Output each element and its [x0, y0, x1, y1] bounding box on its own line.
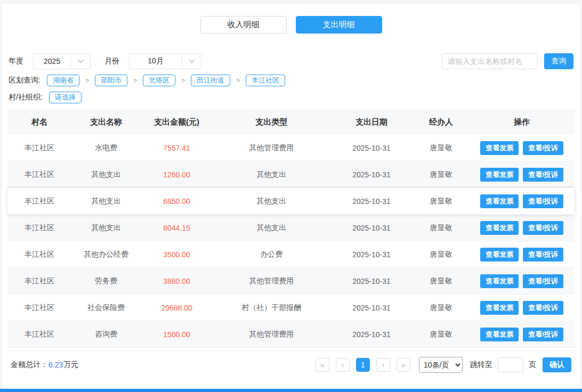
jump-page-input[interactable] [498, 357, 523, 372]
tab-income-detail[interactable]: 收入明细 [200, 16, 287, 34]
col-expense-name: 支出名称 [71, 117, 141, 127]
cell-handler: 唐显敬 [413, 303, 469, 313]
page-1-button[interactable]: 1 [356, 358, 370, 372]
total-unit: 万元 [63, 360, 78, 370]
cell-amount: 8044.15 [141, 224, 213, 232]
region-district-button[interactable]: 北塔区 [143, 75, 175, 86]
view-complain-button[interactable]: 查看/投诉 [523, 168, 563, 182]
table-row: 丰江社区 劳务费 3880.00 其他管理费用 2025-10-31 唐显敬 查… [7, 268, 575, 295]
cell-village: 丰江社区 [7, 330, 71, 339]
page-size-select[interactable]: 10条/页 [419, 357, 463, 373]
region-community-button[interactable]: 丰江社区 [246, 75, 285, 86]
view-complain-button[interactable]: 查看/投诉 [523, 301, 563, 315]
cell-expense-type: 其他管理费用 [213, 143, 330, 153]
cell-handler: 唐显敬 [413, 330, 469, 339]
cell-date: 2025-10-31 [330, 144, 413, 152]
cell-amount: 1500.00 [141, 330, 213, 339]
cell-handler: 唐显敬 [413, 170, 469, 179]
col-amount: 支出金额(元) [141, 117, 213, 127]
cell-expense-name: 劳务费 [71, 276, 141, 286]
cell-amount: 7557.41 [141, 144, 213, 152]
col-handler: 经办人 [413, 117, 469, 127]
cell-date: 2025-10-31 [330, 250, 413, 259]
total-label: 金额总计： [11, 360, 48, 370]
view-complain-button[interactable]: 查看/投诉 [523, 141, 563, 155]
cell-amount: 6850.00 [141, 197, 213, 206]
table-body: 丰江社区 水电费 7557.41 其他管理费用 2025-10-31 唐显敬 查… [7, 135, 575, 348]
region-province-button[interactable]: 湖南省 [47, 75, 79, 86]
cell-handler: 唐显敬 [413, 223, 469, 233]
cell-date: 2025-10-31 [330, 197, 413, 206]
search-button[interactable]: 查询 [544, 53, 573, 69]
view-invoice-button[interactable]: 查看发票 [480, 248, 519, 262]
table-row: 丰江社区 其他办公经费 3500.00 办公费 2025-10-31 唐显敬 查… [7, 241, 575, 268]
view-invoice-button[interactable]: 查看发票 [480, 168, 519, 182]
tab-expense-detail[interactable]: 支出明细 [296, 16, 382, 34]
last-page-button[interactable]: » [397, 358, 410, 372]
cell-actions: 查看发票 查看/投诉 [469, 248, 575, 262]
org-select-button[interactable]: 请选择 [49, 92, 82, 103]
expense-table: 村名 支出名称 支出金额(元) 支出类型 支出日期 经办人 操作 丰江社区 水电… [7, 109, 575, 378]
table-row: 丰江社区 水电费 7557.41 其他管理费用 2025-10-31 唐显敬 查… [7, 135, 575, 161]
prev-page-button[interactable]: ‹ [336, 358, 350, 372]
cell-expense-name: 其他支出 [71, 223, 141, 233]
view-complain-button[interactable]: 查看/投诉 [523, 194, 563, 208]
cell-amount: 3500.00 [141, 250, 213, 259]
breadcrumb-separator: > [236, 77, 240, 84]
first-page-button[interactable]: « [316, 358, 329, 372]
view-invoice-button[interactable]: 查看发票 [480, 328, 519, 341]
cell-expense-type: 其他管理费用 [213, 276, 330, 286]
breadcrumb-separator: > [85, 77, 89, 84]
view-invoice-button[interactable]: 查看发票 [480, 274, 519, 288]
total-value: 6.23 [48, 361, 63, 369]
cell-village: 丰江社区 [7, 303, 71, 313]
org-label: 村/社组织: [9, 93, 43, 102]
table-row: 丰江社区 其他支出 1260.00 其他支出 2025-10-31 唐显敬 查看… [7, 161, 575, 188]
view-complain-button[interactable]: 查看/投诉 [523, 221, 563, 235]
breadcrumb-separator: > [133, 77, 137, 84]
year-select[interactable]: 2025 [33, 53, 91, 69]
cell-actions: 查看发票 查看/投诉 [469, 221, 575, 235]
cell-expense-name: 咨询费 [71, 330, 141, 339]
view-invoice-button[interactable]: 查看发票 [480, 221, 519, 235]
cell-expense-type: 村（社）干部报酬 [213, 303, 330, 313]
view-invoice-button[interactable]: 查看发票 [480, 141, 519, 155]
cell-date: 2025-10-31 [330, 170, 413, 179]
view-invoice-button[interactable]: 查看发票 [480, 301, 519, 315]
cell-expense-type: 其他支出 [213, 197, 330, 206]
filter-row: 年度 2025 月份 10月 查询 [2, 53, 580, 69]
cell-handler: 唐显敬 [413, 250, 469, 259]
view-complain-button[interactable]: 查看/投诉 [523, 328, 563, 341]
cell-handler: 唐显敬 [413, 143, 469, 153]
cell-expense-type: 其他支出 [213, 170, 330, 179]
view-complain-button[interactable]: 查看/投诉 [523, 274, 563, 288]
region-street-button[interactable]: 田江街道 [191, 75, 230, 86]
search-input[interactable] [442, 53, 538, 69]
month-label: 月份 [104, 56, 119, 66]
month-select-value: 10月 [130, 54, 182, 69]
cell-expense-name: 其他支出 [71, 197, 141, 206]
col-date: 支出日期 [330, 117, 413, 127]
table-row: 丰江社区 社会保险费 29688.00 村（社）干部报酬 2025-10-31 … [7, 295, 575, 321]
cell-expense-name: 水电费 [71, 143, 141, 153]
cell-expense-name: 其他支出 [71, 170, 141, 179]
jump-to-label: 跳转至 [470, 360, 492, 370]
cell-actions: 查看发票 查看/投诉 [469, 194, 575, 208]
cell-expense-name: 其他办公经费 [71, 250, 141, 259]
next-page-button[interactable]: › [376, 358, 390, 372]
cell-handler: 唐显敬 [413, 276, 469, 286]
cell-amount: 29688.00 [141, 304, 213, 312]
cell-village: 丰江社区 [7, 170, 71, 179]
region-city-button[interactable]: 邵阳市 [95, 75, 127, 86]
breadcrumb-separator: > [181, 77, 185, 84]
pagination: « ‹ 1 › » 10条/页 跳转至 页 确认 [309, 357, 571, 373]
chevron-down-icon [182, 54, 201, 69]
table-row: 丰江社区 咨询费 1500.00 其他管理费用 2025-10-31 唐显敬 查… [7, 321, 575, 348]
view-invoice-button[interactable]: 查看发票 [480, 194, 519, 208]
col-expense-type: 支出类型 [213, 117, 330, 127]
month-select[interactable]: 10月 [129, 53, 202, 69]
confirm-button[interactable]: 确认 [543, 357, 571, 372]
view-complain-button[interactable]: 查看/投诉 [523, 248, 563, 262]
cell-village: 丰江社区 [7, 197, 71, 206]
year-select-value: 2025 [34, 54, 70, 69]
